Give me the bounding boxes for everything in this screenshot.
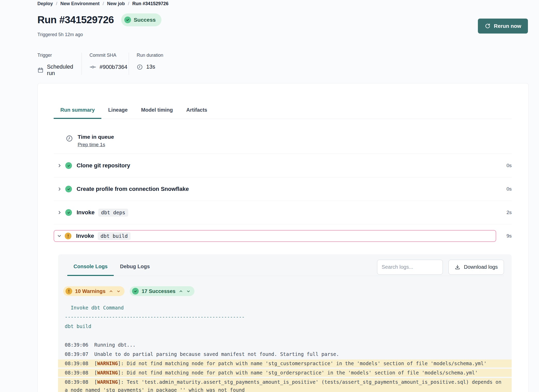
download-icon <box>455 264 460 270</box>
chevron-right-icon[interactable] <box>58 187 62 191</box>
clock-icon <box>66 135 73 148</box>
chevron-up-icon[interactable] <box>179 289 183 293</box>
time-in-queue: Time in queue Prep time 1s <box>54 119 512 154</box>
log-toolbar: Console Logs Debug Logs Download logs <box>65 258 504 276</box>
download-logs-button[interactable]: Download logs <box>448 260 504 275</box>
chevron-down-icon[interactable] <box>57 234 61 238</box>
tab-console-logs[interactable]: Console Logs <box>67 258 114 276</box>
breadcrumb: Deploy / New Environment / New job / Run… <box>37 1 168 6</box>
tab-artifacts[interactable]: Artifacts <box>179 102 214 119</box>
log-line-warning: 08:39:08[WARNING]: Test 'test.admin_matu… <box>58 378 512 392</box>
successes-badge-label: 17 Successes <box>142 288 175 294</box>
step-create-profile[interactable]: Create profile from connection Snowflake… <box>54 177 512 201</box>
log-line-info: 08:39:06Running dbt... <box>65 341 504 349</box>
chevron-right-icon[interactable] <box>58 164 62 168</box>
breadcrumb-run: Run #341529726 <box>132 1 168 6</box>
step-invoke-dbt-build-row: ! Invoke dbt build 9s <box>54 224 512 242</box>
status-badge: Success <box>121 13 161 26</box>
tab-model-timing[interactable]: Model timing <box>134 102 179 119</box>
tab-run-summary[interactable]: Run summary <box>54 102 101 119</box>
commit-value: #900b7364 <box>100 64 127 70</box>
trigger-label: Trigger <box>37 53 81 58</box>
warnings-badge[interactable]: ! 10 Warnings <box>63 286 125 296</box>
tab-lineage[interactable]: Lineage <box>101 102 134 119</box>
refresh-icon <box>485 23 491 29</box>
breadcrumb-separator: / <box>56 1 57 6</box>
run-meta: Trigger Scheduled run Commit SHA #900b73… <box>37 53 163 75</box>
step-command-chip: dbt build <box>98 232 131 240</box>
step-duration: 2s <box>507 210 512 215</box>
step-command-chip: dbt deps <box>98 209 128 217</box>
step-invoke-dbt-build[interactable]: ! Invoke dbt build <box>54 230 496 242</box>
log-filter-badges: ! 10 Warnings 17 Successes <box>63 286 504 296</box>
step-duration: 9s <box>507 233 512 239</box>
chevron-down-icon[interactable] <box>117 289 120 293</box>
chevron-right-icon[interactable] <box>58 210 62 215</box>
breadcrumb-deploy[interactable]: Deploy <box>37 1 53 6</box>
commit-icon <box>89 64 96 70</box>
step-success-icon <box>65 209 72 216</box>
triggered-time: Triggered 5h 12m ago <box>37 32 83 37</box>
run-detail-page: Deploy / New Environment / New job / Run… <box>0 0 539 392</box>
log-line-command: dbt build <box>65 322 504 330</box>
run-tabs: Run summary Lineage Model timing Artifac… <box>54 102 512 119</box>
breadcrumb-separator: / <box>128 1 129 6</box>
meta-duration: Run duration 13s <box>129 53 163 75</box>
download-logs-label: Download logs <box>464 264 498 270</box>
breadcrumb-job[interactable]: New job <box>107 1 125 6</box>
log-line-warning: 08:39:08[WARNING]: Did not find matching… <box>58 360 512 368</box>
console-log-output: Invoke dbt Command ---------------------… <box>65 304 504 392</box>
step-label: Invoke <box>77 209 95 216</box>
calendar-icon <box>37 67 44 73</box>
trigger-value: Scheduled run <box>47 64 81 77</box>
step-label: Invoke <box>76 233 94 239</box>
step-warning-icon: ! <box>65 233 71 239</box>
chevron-up-icon[interactable] <box>109 289 113 293</box>
time-in-queue-title: Time in queue <box>78 134 114 140</box>
log-line-separator: ----------------------------------------… <box>65 313 504 321</box>
search-logs-input[interactable] <box>377 260 443 275</box>
rerun-now-label: Rerun now <box>494 23 521 29</box>
log-line-info: 08:39:07Unable to do partial parsing bec… <box>65 350 504 358</box>
success-check-icon <box>132 288 139 295</box>
log-actions: Download logs <box>377 260 504 275</box>
card-content: Time in queue Prep time 1s Clone git rep… <box>38 119 528 392</box>
commit-label: Commit SHA <box>89 53 129 58</box>
log-panel: Console Logs Debug Logs Download logs <box>58 254 512 392</box>
warnings-badge-label: 10 Warnings <box>75 288 105 294</box>
tab-debug-logs[interactable]: Debug Logs <box>114 258 156 276</box>
step-clone-git-repository[interactable]: Clone git repository 0s <box>54 154 512 177</box>
chevron-down-icon[interactable] <box>186 289 190 293</box>
warning-icon: ! <box>66 288 72 295</box>
breadcrumb-separator: / <box>103 1 104 6</box>
step-label: Clone git repository <box>77 162 130 169</box>
success-check-icon <box>124 17 131 23</box>
step-label: Create profile from connection Snowflake <box>77 186 189 192</box>
successes-badge[interactable]: 17 Successes <box>130 286 194 296</box>
step-duration: 0s <box>507 186 512 192</box>
meta-commit: Commit SHA #900b7364 <box>82 53 129 75</box>
log-line-blank <box>65 332 504 340</box>
status-badge-label: Success <box>134 17 156 23</box>
title-row: Run #341529726 Success <box>37 13 161 26</box>
duration-label: Run duration <box>137 53 163 58</box>
log-line-command: Invoke dbt Command <box>65 304 504 312</box>
meta-trigger: Trigger Scheduled run <box>37 53 82 75</box>
duration-value: 13s <box>146 64 155 70</box>
breadcrumb-environment[interactable]: New Environment <box>60 1 100 6</box>
step-invoke-dbt-deps[interactable]: Invoke dbt deps 2s <box>54 201 512 224</box>
prep-time-link[interactable]: Prep time 1s <box>78 142 114 148</box>
run-summary-card: Run summary Lineage Model timing Artifac… <box>37 83 529 392</box>
clock-icon <box>137 64 143 70</box>
step-success-icon <box>65 186 72 192</box>
log-line-warning: 08:39:08[WARNING]: Did not find matching… <box>58 369 512 377</box>
page-title: Run #341529726 <box>37 14 114 26</box>
step-duration: 0s <box>507 163 512 168</box>
log-tabs: Console Logs Debug Logs <box>67 258 156 276</box>
rerun-now-button[interactable]: Rerun now <box>478 19 528 34</box>
step-success-icon <box>65 162 72 169</box>
